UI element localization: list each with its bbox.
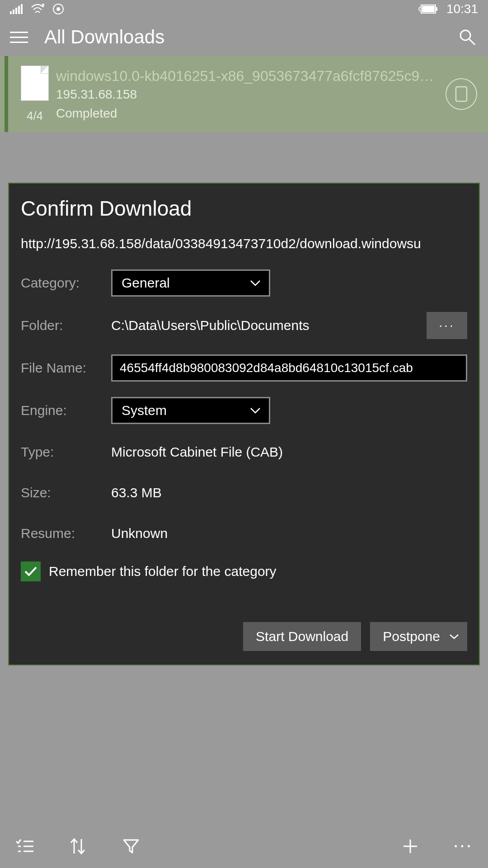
download-item[interactable]: 4/4 windows10.0-kb4016251-x86_9053673477…: [0, 56, 488, 132]
open-file-button[interactable]: [446, 78, 477, 110]
category-value: General: [122, 275, 170, 291]
more-button[interactable]: ···: [453, 835, 474, 857]
menu-button[interactable]: [10, 26, 32, 48]
filter-button[interactable]: [120, 835, 142, 857]
type-value: Microsoft Cabinet File (CAB): [111, 444, 467, 460]
search-button[interactable]: [456, 26, 478, 48]
svg-rect-1: [13, 9, 14, 14]
ellipsis-icon: ···: [454, 839, 473, 854]
svg-rect-3: [18, 6, 20, 14]
size-label: Size:: [21, 485, 111, 500]
category-label: Category:: [21, 275, 111, 291]
segment-count: 4/4: [27, 109, 43, 123]
wifi-icon: [31, 4, 44, 14]
resume-label: Resume:: [21, 526, 111, 541]
select-button[interactable]: [14, 835, 35, 857]
chevron-down-icon: [250, 407, 261, 414]
status-bar: 10:31: [0, 0, 488, 18]
bottom-command-bar: ···: [0, 825, 488, 868]
filename-input-text: 46554ff4d8b980083092d84a8bd64810c13015cf…: [120, 361, 413, 375]
page-title: All Downloads: [44, 26, 164, 48]
category-select[interactable]: General: [111, 269, 270, 297]
svg-rect-10: [422, 6, 435, 12]
battery-charging-icon: [418, 4, 438, 14]
engine-label: Engine:: [21, 403, 111, 418]
svg-rect-0: [10, 11, 12, 14]
download-host: 195.31.68.158: [56, 87, 439, 102]
postpone-button[interactable]: Postpone: [370, 622, 467, 651]
svg-rect-14: [456, 87, 467, 101]
download-url: http://195.31.68.158/data/03384913473710…: [21, 236, 467, 251]
filter-icon: [122, 838, 140, 854]
plus-icon: [402, 838, 419, 855]
sort-button[interactable]: [67, 835, 89, 857]
download-filename: windows10.0-kb4016251-x86_9053673477a6fc…: [56, 68, 439, 85]
svg-point-8: [56, 7, 60, 11]
svg-rect-2: [15, 8, 17, 14]
filename-label: File Name:: [21, 360, 111, 376]
notification-icon: [52, 3, 64, 15]
dialog-title: Confirm Download: [21, 196, 467, 221]
size-value: 63.3 MB: [111, 485, 467, 500]
checklist-icon: [15, 839, 33, 854]
signal-icon: [10, 4, 23, 14]
remember-folder-checkbox[interactable]: Remember this folder for the category: [21, 561, 467, 581]
download-status: Completed: [56, 106, 439, 121]
engine-value: System: [122, 403, 167, 418]
remember-folder-label: Remember this folder for the category: [49, 564, 277, 579]
svg-line-13: [469, 39, 475, 45]
sort-icon: [70, 837, 86, 855]
svg-point-12: [460, 30, 470, 40]
search-icon: [459, 28, 476, 46]
svg-rect-11: [436, 7, 437, 11]
folder-value: C:\Data\Users\Public\Documents: [111, 318, 420, 333]
engine-select[interactable]: System: [111, 397, 270, 424]
chevron-down-icon: [449, 634, 459, 639]
filename-input[interactable]: 46554ff4d8b980083092d84a8bd64810c13015cf…: [111, 354, 467, 382]
app-header: All Downloads: [0, 18, 488, 56]
type-label: Type:: [21, 444, 111, 460]
svg-rect-4: [21, 4, 23, 14]
browse-folder-button[interactable]: ···: [427, 312, 467, 339]
clock-text: 10:31: [446, 2, 478, 16]
resume-value: Unknown: [111, 526, 467, 541]
start-download-button[interactable]: Start Download: [243, 622, 361, 651]
file-icon: [21, 66, 49, 101]
checkmark-icon: [21, 561, 41, 581]
postpone-label: Postpone: [383, 629, 440, 644]
folder-label: Folder:: [21, 318, 111, 333]
chevron-down-icon: [250, 280, 261, 286]
document-icon: [455, 86, 468, 102]
add-button[interactable]: [399, 835, 421, 857]
confirm-download-dialog: Confirm Download http://195.31.68.158/da…: [8, 183, 480, 665]
